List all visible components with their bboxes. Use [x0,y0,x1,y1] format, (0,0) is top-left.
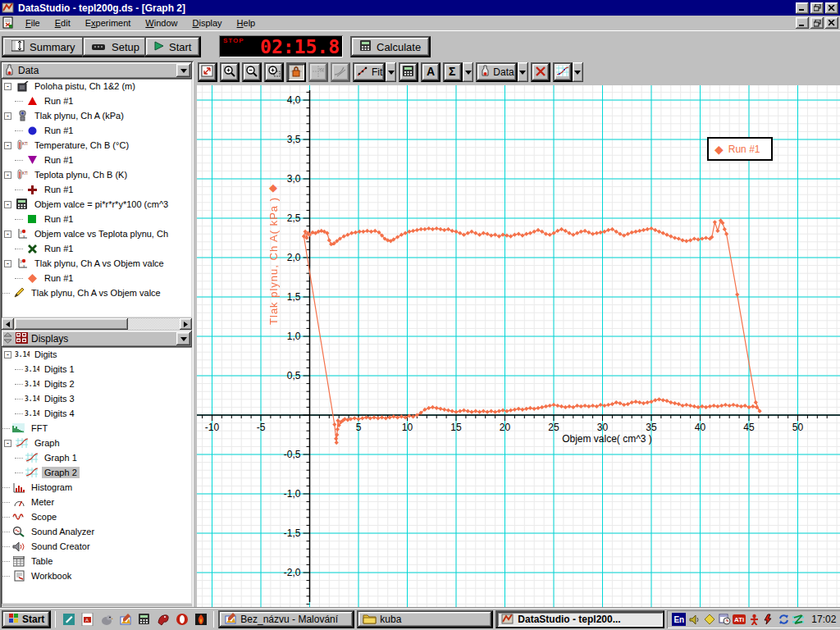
data-tree-item[interactable]: -yxTlak plynu, Ch A vs Objem valce [2,256,192,271]
displays-tree-item[interactable]: Graph 2 [2,465,192,480]
text-tool-button[interactable]: A [421,62,441,82]
close-button[interactable] [825,2,838,14]
legend[interactable]: ◆ Run #1 [707,137,773,161]
displays-panel-dropdown[interactable] [176,332,190,345]
expand-box[interactable]: - [4,142,11,149]
statistics-button[interactable]: Σ [443,62,463,82]
graph-settings-button[interactable] [553,62,573,82]
child-close-button[interactable] [825,17,838,29]
sync-icon[interactable] [777,613,790,626]
displays-tree-item[interactable]: 3.14Digits 1 [2,362,192,377]
show-coordinates-button[interactable]: xy [308,62,328,82]
data-panel-header[interactable]: Data [2,62,192,79]
data-tree-item[interactable]: Run #1 [2,123,192,138]
fit-menu-button[interactable]: Fit [353,62,386,82]
scroll-left-button[interactable] [2,318,14,330]
expand-box[interactable]: - [4,201,11,208]
data-tree-item[interactable]: Run #1 [2,182,192,197]
smart-tool-button[interactable] [286,62,306,82]
displays-panel-header[interactable]: Displays [2,331,192,347]
displays-tree-item[interactable]: FFT [2,421,192,436]
menu-experiment[interactable]: Experiment [78,16,139,30]
scheduler-icon[interactable] [718,613,731,626]
task-button[interactable]: DataStudio - tepl200... [495,610,664,628]
displays-tree-item[interactable]: Graph 1 [2,450,192,465]
diamond-icon[interactable] [703,613,716,626]
data-tree-item[interactable]: -Poloha pistu, Ch 1&2 (m) [2,79,192,94]
displays-tree-item[interactable]: 3.14Digits 2 [2,377,192,391]
expand-box[interactable]: - [4,351,11,358]
data-tree-item[interactable]: Run #1 [2,153,192,167]
paint-icon[interactable] [116,611,134,628]
calculator-button[interactable] [399,62,418,82]
displays-tree-item[interactable]: -3.14Digits [2,347,192,362]
title-bar[interactable]: DataStudio - tepl200g.ds - [Graph 2] [0,0,840,16]
dragon-icon[interactable] [154,611,171,628]
graph-display-area[interactable]: -10-551015202530354045504,03,53,02,52,01… [197,85,840,607]
menu-window[interactable]: Window [138,16,185,30]
data-panel-dropdown[interactable] [176,64,190,77]
data-tree-item[interactable]: -KTDTemperature, Ch B (°C) [2,138,192,153]
data-tree-item[interactable]: Run #1 [2,241,192,256]
expand-box[interactable]: - [4,171,11,179]
data-tree-item[interactable]: Run #1 [2,94,192,108]
expand-box[interactable]: - [4,112,11,120]
delete-button[interactable] [531,62,550,82]
task-button[interactable]: Bez_názvu - Malování [218,610,354,628]
wave-icon[interactable] [792,613,805,626]
flame-icon[interactable] [192,611,209,628]
zoom-out-button[interactable] [242,62,262,82]
task-button[interactable]: kuba [357,610,493,628]
menu-file[interactable]: File [18,16,48,30]
displays-tree-item[interactable]: Sound Analyzer [2,524,192,539]
child-restore-button[interactable] [810,17,824,29]
scale-to-fit-button[interactable] [198,62,217,82]
displays-tree-item[interactable]: Workbook [2,568,192,583]
language-indicator[interactable]: En [672,613,686,626]
data-tree-item[interactable]: Run #1 [2,271,192,285]
data-menu-button[interactable]: Data [476,62,517,82]
opera-icon[interactable] [173,611,190,628]
summary-button[interactable]: Summary [2,36,85,57]
data-tree-item[interactable]: Run #1 [2,212,192,226]
menu-display[interactable]: Display [185,16,230,30]
displays-tree-item[interactable]: Meter [2,495,192,509]
data-tree-hscrollbar[interactable] [2,318,192,330]
displays-tree-item[interactable]: Histogram [2,480,192,495]
data-tree-item[interactable]: -Objem valce = pi*r*r*y*100 (cm^3 [2,197,192,212]
data-tree-item[interactable]: -KTDTeplota plynu, Ch B (K) [2,167,192,182]
ati-icon[interactable]: ATi [733,613,746,626]
figure-icon[interactable] [747,613,760,626]
zoom-select-button[interactable] [264,62,284,82]
displays-tree-item[interactable]: 3.14Digits 4 [2,406,192,421]
menu-edit[interactable]: Edit [48,16,78,30]
displays-tree-item[interactable]: Table [2,554,192,568]
expand-box[interactable]: - [4,231,11,238]
notes-icon[interactable] [60,611,77,628]
slope-tool-button[interactable] [331,62,350,82]
statistics-button-arrow[interactable] [463,62,473,82]
scroll-right-button[interactable] [180,318,192,330]
restore-button[interactable] [810,2,824,14]
displays-tree-item[interactable]: 3.14Digits 3 [2,391,192,406]
start-button[interactable]: Start [144,36,201,57]
data-tree-item[interactable]: -yxObjem valce vs Teplota plynu, Ch [2,226,192,241]
data-tree-item[interactable]: Tlak plynu, Ch A vs Objem valce [2,285,192,300]
menu-help[interactable]: Help [230,16,263,30]
displays-tree-item[interactable]: -Graph [2,436,192,450]
displays-tree-item[interactable]: Scope [2,509,192,524]
expand-box[interactable]: - [4,440,11,447]
power-icon[interactable] [762,613,775,626]
document-icon[interactable] [2,16,15,30]
fit-menu-button-arrow[interactable] [386,62,396,82]
minimize-button[interactable] [796,2,809,14]
start-menu-button[interactable]: Start [2,610,51,628]
scrollbar-thumb[interactable] [15,318,128,330]
volume-icon[interactable] [688,613,701,626]
expand-box[interactable]: - [4,83,11,90]
setup-button[interactable]: Setup [82,36,149,57]
child-minimize-button[interactable] [796,17,809,29]
pdf-icon[interactable]: A [79,611,96,628]
data-tree-item[interactable]: -Tlak plynu, Ch A (kPa) [2,108,192,123]
graph-settings-button-arrow[interactable] [573,62,583,82]
